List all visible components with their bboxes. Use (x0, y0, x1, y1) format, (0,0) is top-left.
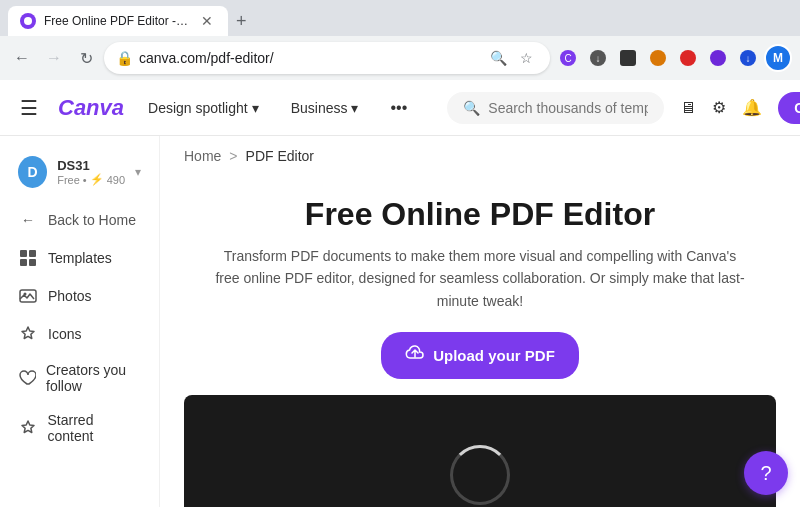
browser-window: Free Online PDF Editor - Edit P... ✕ + ←… (0, 0, 800, 80)
settings-icon-button[interactable]: ⚙ (712, 90, 726, 126)
notification-bell-button[interactable]: 🔔 (742, 90, 762, 126)
sidebar-user-item[interactable]: D DS31 Free • ⚡ 490 ▾ (8, 148, 151, 196)
tab-bar: Free Online PDF Editor - Edit P... ✕ + (0, 0, 800, 36)
browser-tab-active[interactable]: Free Online PDF Editor - Edit P... ✕ (8, 6, 228, 36)
canva-navbar: ☰ Canva Design spotlight ▾ Business ▾ ••… (0, 80, 800, 136)
sidebar-user-chevron: ▾ (135, 165, 141, 179)
ext-icon-download[interactable]: ↓ (734, 44, 762, 72)
search-icon: 🔍 (463, 100, 480, 116)
ext-icon-5[interactable] (674, 44, 702, 72)
hero-description: Transform PDF documents to make them mor… (210, 245, 750, 312)
breadcrumb-separator: > (229, 148, 237, 164)
svg-text:↓: ↓ (596, 53, 601, 64)
star-icon (18, 418, 38, 438)
breadcrumb-current-page: PDF Editor (246, 148, 314, 164)
tab-close-button[interactable]: ✕ (198, 12, 216, 30)
svg-rect-5 (620, 50, 636, 66)
sidebar-user-info: DS31 Free • ⚡ 490 (57, 158, 125, 186)
sidebar-item-creators[interactable]: Creators you follow (8, 354, 151, 402)
main-content: Home > PDF Editor Free Online PDF Editor… (160, 136, 800, 507)
upload-cloud-icon (405, 344, 425, 367)
search-input[interactable] (488, 100, 648, 116)
ext-icon-1[interactable]: C (554, 44, 582, 72)
forward-button[interactable]: → (40, 44, 68, 72)
browser-toolbar-icons: C ↓ ↓ M (554, 44, 792, 72)
search-icon-btn[interactable]: 🔍 (486, 46, 510, 70)
canva-logo[interactable]: Canva (58, 95, 124, 121)
sidebar-user-avatar: D (18, 156, 47, 188)
svg-rect-13 (20, 259, 27, 266)
svg-point-0 (24, 17, 32, 25)
help-icon: ? (760, 462, 771, 485)
nav-business[interactable]: Business ▾ (283, 96, 367, 120)
tab-title: Free Online PDF Editor - Edit P... (44, 14, 190, 28)
photos-icon (18, 286, 38, 306)
loading-spinner (450, 445, 510, 505)
credits-icon: • (83, 174, 87, 186)
svg-rect-14 (29, 259, 36, 266)
nav-more-button[interactable]: ••• (382, 95, 415, 121)
icons-icon (18, 324, 38, 344)
browser-toolbar: ← → ↻ 🔒 canva.com/pdf-editor/ 🔍 ☆ C ↓ (0, 36, 800, 80)
help-fab-button[interactable]: ? (744, 451, 788, 495)
templates-icon (18, 248, 38, 268)
lightning-icon: ⚡ (90, 173, 104, 186)
new-tab-button[interactable]: + (228, 7, 255, 36)
sidebar-item-starred[interactable]: Starred content (8, 404, 151, 452)
sidebar-item-templates[interactable]: Templates (8, 240, 151, 276)
bookmark-star-button[interactable]: ☆ (514, 46, 538, 70)
main-layout: D DS31 Free • ⚡ 490 ▾ ← Back to Home (0, 136, 800, 507)
chrome-profile-avatar[interactable]: M (764, 44, 792, 72)
svg-point-7 (680, 50, 696, 66)
page-title: Free Online PDF Editor (184, 196, 776, 233)
svg-text:↓: ↓ (746, 53, 751, 64)
preview-video-area (184, 395, 776, 507)
upload-pdf-button[interactable]: Upload your PDF (381, 332, 579, 379)
lock-icon: 🔒 (116, 50, 133, 66)
address-bar[interactable]: 🔒 canva.com/pdf-editor/ 🔍 ☆ (104, 42, 550, 74)
heart-icon (18, 368, 36, 388)
page-content: ☰ Canva Design spotlight ▾ Business ▾ ••… (0, 80, 800, 507)
svg-point-8 (710, 50, 726, 66)
nav-design-spotlight[interactable]: Design spotlight ▾ (140, 96, 267, 120)
hero-section: Free Online PDF Editor Transform PDF doc… (160, 176, 800, 395)
sidebar-item-photos[interactable]: Photos (8, 278, 151, 314)
sidebar-username: DS31 (57, 158, 125, 173)
url-text: canva.com/pdf-editor/ (139, 50, 480, 66)
sidebar-user-plan: Free • ⚡ 490 (57, 173, 125, 186)
chevron-down-icon: ▾ (252, 100, 259, 116)
reload-button[interactable]: ↻ (72, 44, 100, 72)
svg-rect-11 (20, 250, 27, 257)
breadcrumb: Home > PDF Editor (160, 136, 800, 176)
tab-favicon (20, 13, 36, 29)
svg-rect-12 (29, 250, 36, 257)
ext-icon-2[interactable]: ↓ (584, 44, 612, 72)
chevron-down-icon: ▾ (351, 100, 358, 116)
back-arrow-icon: ← (18, 210, 38, 230)
create-design-button[interactable]: Create a design (778, 92, 800, 124)
svg-text:C: C (564, 53, 571, 64)
sidebar: D DS31 Free • ⚡ 490 ▾ ← Back to Home (0, 136, 160, 507)
ext-icon-3[interactable] (614, 44, 642, 72)
ext-icon-4[interactable] (644, 44, 672, 72)
nav-menu-button[interactable]: ☰ (16, 92, 42, 124)
sidebar-item-icons[interactable]: Icons (8, 316, 151, 352)
sidebar-item-back-to-home[interactable]: ← Back to Home (8, 202, 151, 238)
svg-point-6 (650, 50, 666, 66)
breadcrumb-home-link[interactable]: Home (184, 148, 221, 164)
back-button[interactable]: ← (8, 44, 36, 72)
search-bar[interactable]: 🔍 (447, 92, 664, 124)
ext-icon-6[interactable] (704, 44, 732, 72)
address-bar-icons: 🔍 ☆ (486, 46, 538, 70)
monitor-icon-button[interactable]: 🖥 (680, 90, 696, 126)
